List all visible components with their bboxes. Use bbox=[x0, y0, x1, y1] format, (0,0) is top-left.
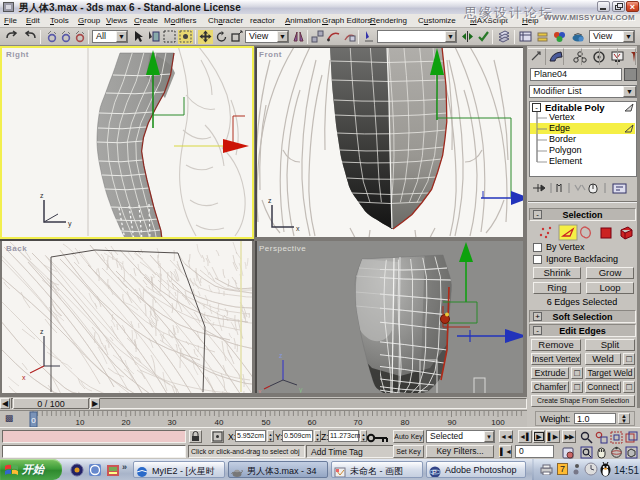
svg-text:20: 20 bbox=[122, 418, 131, 427]
svg-text:z: z bbox=[40, 192, 44, 199]
svg-text:60: 60 bbox=[308, 418, 317, 427]
svg-text:50: 50 bbox=[262, 418, 271, 427]
svg-text:40: 40 bbox=[215, 418, 224, 427]
svg-text:10: 10 bbox=[76, 418, 85, 427]
svg-text:Perspective: Perspective bbox=[259, 244, 306, 253]
svg-text:30: 30 bbox=[168, 418, 177, 427]
svg-text:x: x bbox=[296, 225, 300, 232]
svg-text:z: z bbox=[40, 328, 44, 335]
svg-text:P: P bbox=[432, 469, 437, 476]
svg-text:80: 80 bbox=[401, 418, 410, 427]
svg-text:z: z bbox=[268, 197, 272, 204]
svg-text:Back: Back bbox=[6, 244, 27, 253]
svg-text:70: 70 bbox=[354, 418, 363, 427]
svg-text:100: 100 bbox=[491, 418, 505, 427]
svg-text:y: y bbox=[68, 220, 72, 228]
svg-text:0: 0 bbox=[31, 416, 36, 425]
svg-text:Front: Front bbox=[259, 50, 282, 59]
svg-text:z: z bbox=[279, 352, 283, 359]
svg-text:x: x bbox=[22, 374, 26, 381]
svg-text:Right: Right bbox=[6, 50, 29, 59]
svg-text:90: 90 bbox=[448, 418, 457, 427]
svg-text:y: y bbox=[299, 386, 303, 393]
svg-text:x: x bbox=[258, 388, 262, 393]
